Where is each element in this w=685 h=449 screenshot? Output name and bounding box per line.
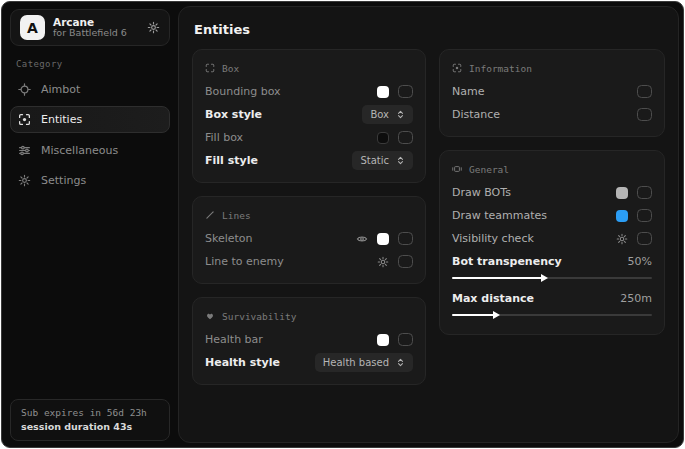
fill-box-label: Fill box	[205, 131, 243, 144]
survivability-card-header: Survivability	[205, 307, 413, 325]
bot-transparency-row: Bot transpenency 50%	[452, 250, 652, 273]
slider-thumb[interactable]	[493, 311, 500, 319]
grid-icon	[452, 164, 462, 174]
fill-style-label: Fill style	[205, 154, 258, 167]
sidebar-item-label: Entities	[41, 113, 82, 126]
distance-checkbox[interactable]	[637, 108, 652, 121]
sidebar-item-settings[interactable]: Settings	[10, 167, 170, 193]
session-duration-text: session duration 43s	[21, 421, 159, 432]
line-to-enemy-label: Line to enemy	[205, 255, 284, 268]
page-title: Entities	[194, 22, 678, 37]
name-checkbox[interactable]	[637, 85, 652, 98]
skeleton-label: Skeleton	[205, 232, 253, 245]
draw-teammates-label: Draw teammates	[452, 209, 547, 222]
box-style-row: Box style Box	[205, 103, 413, 126]
draw-teammates-color-swatch[interactable]	[616, 210, 628, 222]
sidebar-nav: Aimbot Entities Miscellaneous Settings	[2, 75, 178, 194]
box-card-header: Box	[205, 59, 413, 77]
skeleton-row: Skeleton	[205, 227, 413, 250]
eye-icon[interactable]	[356, 233, 368, 245]
health-bar-label: Health bar	[205, 333, 263, 346]
distance-row: Distance	[452, 103, 652, 126]
name-row: Name	[452, 80, 652, 103]
app-header-text: Arcane for Battlefield 6	[53, 16, 139, 39]
skeleton-checkbox[interactable]	[398, 232, 413, 245]
fill-box-color-swatch[interactable]	[377, 132, 389, 144]
app-header: A Arcane for Battlefield 6	[10, 9, 170, 46]
distance-label: Distance	[452, 108, 500, 121]
name-label: Name	[452, 85, 484, 98]
visibility-check-checkbox[interactable]	[637, 232, 652, 245]
bot-transparency-slider[interactable]	[452, 277, 652, 279]
chevron-up-down-icon	[396, 156, 405, 165]
bounding-box-row: Bounding box	[205, 80, 413, 103]
gear-icon[interactable]	[377, 256, 389, 268]
max-distance-slider[interactable]	[452, 314, 652, 316]
survivability-card: Survivability Health bar Health style He…	[192, 297, 426, 385]
chevron-up-down-icon	[396, 110, 405, 119]
max-distance-value: 250m	[620, 292, 652, 305]
health-style-dropdown[interactable]: Health based	[315, 353, 413, 372]
fill-box-checkbox[interactable]	[398, 131, 413, 144]
fill-style-row: Fill style Static	[205, 149, 413, 172]
skeleton-color-swatch[interactable]	[377, 233, 389, 245]
information-card-title: Information	[469, 63, 532, 74]
information-card: Information Name Distance	[439, 49, 665, 137]
draw-bots-label: Draw BOTs	[452, 186, 511, 199]
draw-bots-row: Draw BOTs	[452, 181, 652, 204]
sidebar-item-label: Settings	[41, 174, 86, 187]
fill-style-dropdown[interactable]: Static	[352, 151, 413, 170]
general-card: General Draw BOTs Draw teammates	[439, 150, 665, 335]
box-card-title: Box	[222, 63, 239, 74]
slider-fill	[452, 314, 498, 316]
general-card-header: General	[452, 160, 652, 178]
health-bar-color-swatch[interactable]	[377, 334, 389, 346]
fill-box-row: Fill box	[205, 126, 413, 149]
diagonal-line-icon	[205, 210, 215, 220]
box-style-label: Box style	[205, 108, 262, 121]
box-style-dropdown[interactable]: Box	[362, 105, 413, 124]
bounding-box-color-swatch[interactable]	[377, 86, 389, 98]
gear-icon[interactable]	[147, 21, 160, 34]
line-to-enemy-checkbox[interactable]	[398, 255, 413, 268]
lines-card-header: Lines	[205, 206, 413, 224]
max-distance-label: Max distance	[452, 292, 534, 305]
bot-transparency-label: Bot transpenency	[452, 255, 562, 268]
visibility-check-label: Visibility check	[452, 232, 534, 245]
sidebar-item-miscellaneous[interactable]: Miscellaneous	[10, 137, 170, 163]
box-style-value: Box	[370, 109, 389, 120]
draw-bots-checkbox[interactable]	[637, 186, 652, 199]
information-card-header: Information	[452, 59, 652, 77]
chevron-up-down-icon	[396, 358, 405, 367]
sidebar-item-entities[interactable]: Entities	[10, 106, 170, 133]
visibility-check-row: Visibility check	[452, 227, 652, 250]
crosshair-icon	[18, 83, 31, 96]
main-panel: Entities Box Bounding box	[178, 6, 679, 443]
info-target-icon	[452, 63, 462, 73]
box-corners-icon	[205, 63, 215, 73]
app-logo: A	[20, 15, 45, 40]
slider-thumb[interactable]	[541, 274, 548, 282]
gear-icon[interactable]	[616, 233, 628, 245]
health-bar-checkbox[interactable]	[398, 333, 413, 346]
box-card: Box Bounding box Box style Box	[192, 49, 426, 183]
draw-teammates-row: Draw teammates	[452, 204, 652, 227]
line-to-enemy-row: Line to enemy	[205, 250, 413, 273]
bot-transparency-value: 50%	[628, 255, 652, 268]
scan-target-icon	[18, 113, 31, 126]
survivability-card-title: Survivability	[222, 311, 296, 322]
heart-icon	[205, 311, 215, 321]
max-distance-row: Max distance 250m	[452, 287, 652, 310]
bounding-box-checkbox[interactable]	[398, 85, 413, 98]
draw-teammates-checkbox[interactable]	[637, 209, 652, 222]
gear-icon	[18, 174, 31, 187]
lines-card-title: Lines	[222, 210, 251, 221]
sub-expires-text: Sub expires in 56d 23h	[21, 407, 159, 418]
app-window: A Arcane for Battlefield 6 Category Aimb…	[1, 1, 684, 448]
tune-sliders-icon	[18, 144, 31, 157]
general-card-title: General	[469, 164, 509, 175]
sidebar-item-aimbot[interactable]: Aimbot	[10, 76, 170, 102]
draw-bots-color-swatch[interactable]	[616, 187, 628, 199]
subscription-info-box: Sub expires in 56d 23h session duration …	[10, 399, 170, 441]
health-style-label: Health style	[205, 356, 280, 369]
